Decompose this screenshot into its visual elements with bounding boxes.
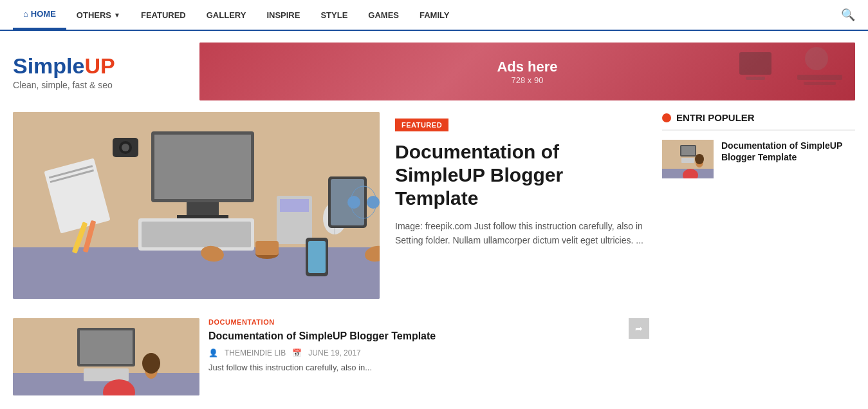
svg-point-51 xyxy=(142,353,160,374)
article-date: JUNE 19, 2017 xyxy=(308,348,360,357)
nav-gallery-label: GALLERY xyxy=(207,10,246,20)
popular-section: ENTRI POPULER Documentation of Sim xyxy=(662,112,855,178)
featured-image xyxy=(13,112,380,299)
nav-games-label: GAMES xyxy=(368,10,399,20)
svg-rect-28 xyxy=(308,241,326,273)
svg-rect-12 xyxy=(142,222,251,247)
chevron-down-icon: ▼ xyxy=(114,12,120,19)
svg-point-2 xyxy=(805,47,828,70)
nav-items: ⌂ HOME OTHERS ▼ FEATURED GALLERY INSPIRE… xyxy=(13,0,459,30)
svg-point-18 xyxy=(122,144,129,151)
sidebar: ENTRI POPULER Documentation of Sim xyxy=(662,112,855,395)
ads-title: Ads here xyxy=(497,59,557,75)
popular-label: ENTRI POPULER xyxy=(676,112,755,123)
featured-title[interactable]: Documentation of SimpleUP Blogger Templa… xyxy=(395,140,649,210)
article-category: DOCUMENTATION xyxy=(208,318,649,326)
featured-badge: FEATURED xyxy=(395,119,448,131)
logo-area: SimpleUP Clean, simple, fast & seo xyxy=(13,53,180,90)
svg-rect-3 xyxy=(797,75,842,80)
popular-dot-icon xyxy=(662,113,671,122)
svg-rect-48 xyxy=(80,330,133,364)
nav-inspire[interactable]: INSPIRE xyxy=(256,1,310,29)
site-logo: SimpleUP xyxy=(13,53,180,79)
svg-point-30 xyxy=(347,196,360,209)
nav-featured[interactable]: FEATURED xyxy=(131,1,196,29)
svg-point-59 xyxy=(695,154,704,164)
article-author: THEMEINDIE LIB xyxy=(225,348,286,357)
main-nav: ⌂ HOME OTHERS ▼ FEATURED GALLERY INSPIRE… xyxy=(0,0,868,31)
logo-tagline: Clean, simple, fast & seo xyxy=(13,80,180,90)
ads-size: 728 x 90 xyxy=(497,75,557,85)
svg-rect-56 xyxy=(681,146,695,155)
logo-up: UP xyxy=(84,53,115,78)
popular-item: Documentation of SimpleUP Blogger Templa… xyxy=(662,140,855,178)
nav-style[interactable]: STYLE xyxy=(310,1,358,29)
nav-others[interactable]: OTHERS ▼ xyxy=(66,1,131,29)
nav-home-label: HOME xyxy=(31,9,56,19)
svg-rect-9 xyxy=(187,202,219,215)
nav-gallery[interactable]: GALLERY xyxy=(196,1,257,29)
svg-rect-33 xyxy=(255,241,279,255)
svg-rect-0 xyxy=(739,52,771,75)
nav-home[interactable]: ⌂ HOME xyxy=(13,0,66,30)
svg-rect-4 xyxy=(804,82,836,85)
article-title[interactable]: Documentation of SimpleUP Blogger Templa… xyxy=(208,330,649,343)
home-icon: ⌂ xyxy=(23,9,28,19)
calendar-icon: 📅 xyxy=(292,348,302,357)
popular-item-image xyxy=(662,140,714,178)
svg-rect-1 xyxy=(746,77,765,80)
main-content: FEATURED Documentation of SimpleUP Blogg… xyxy=(0,112,868,395)
nav-inspire-label: INSPIRE xyxy=(266,10,300,20)
nav-family[interactable]: FAMILY xyxy=(409,1,459,29)
small-article-info: DOCUMENTATION Documentation of SimpleUP … xyxy=(208,318,649,395)
small-articles-row: DOCUMENTATION Documentation of SimpleUP … xyxy=(13,318,649,395)
svg-rect-57 xyxy=(681,158,694,163)
article-excerpt: Just follow this instruction carefully, … xyxy=(208,361,649,374)
content-area: FEATURED Documentation of SimpleUP Blogg… xyxy=(13,112,649,395)
nav-featured-label: FEATURED xyxy=(141,10,186,20)
nav-family-label: FAMILY xyxy=(420,10,449,20)
featured-article: FEATURED Documentation of SimpleUP Blogg… xyxy=(13,112,649,299)
share-button[interactable]: ➦ xyxy=(629,318,649,339)
ads-banner: Ads here 728 x 90 xyxy=(199,43,855,100)
nav-style-label: STYLE xyxy=(320,10,347,20)
popular-item-title[interactable]: Documentation of SimpleUP Blogger Templa… xyxy=(721,140,855,163)
search-icon[interactable]: 🔍 xyxy=(841,8,855,22)
nav-games[interactable]: GAMES xyxy=(358,1,409,29)
author-icon: 👤 xyxy=(208,348,218,357)
logo-simple: Simple xyxy=(13,53,84,78)
nav-others-label: OTHERS xyxy=(77,10,111,20)
small-article: DOCUMENTATION Documentation of SimpleUP … xyxy=(13,318,649,395)
svg-rect-26 xyxy=(280,199,309,212)
site-header: SimpleUP Clean, simple, fast & seo Ads h… xyxy=(0,31,868,112)
small-article-image xyxy=(13,318,199,395)
svg-rect-8 xyxy=(154,135,251,199)
featured-excerpt: Image: freepik.com Just follow this inst… xyxy=(395,219,649,248)
sidebar-popular-title: ENTRI POPULER xyxy=(662,112,855,131)
featured-info: FEATURED Documentation of SimpleUP Blogg… xyxy=(395,112,649,299)
svg-point-31 xyxy=(367,196,380,209)
article-meta: 👤 THEMEINDIE LIB 📅 JUNE 19, 2017 xyxy=(208,348,649,357)
svg-rect-49 xyxy=(84,368,129,381)
